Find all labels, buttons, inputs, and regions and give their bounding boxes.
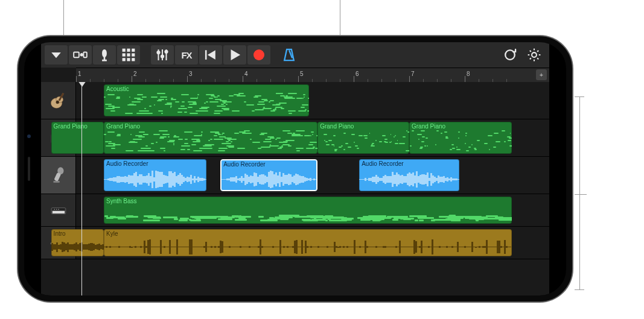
- region-label: Synth Bass: [106, 198, 137, 204]
- svg-rect-0: [74, 52, 79, 58]
- region-label: Grand Piano: [54, 123, 88, 130]
- callout-right-mid: [575, 194, 587, 195]
- svg-rect-35: [53, 181, 59, 183]
- track-row[interactable]: Acoustic: [41, 82, 549, 119]
- svg-rect-2: [83, 52, 86, 58]
- svg-point-40: [56, 209, 57, 210]
- track-row[interactable]: Synth Bass: [41, 194, 549, 227]
- track-row[interactable]: IntroKyle: [41, 227, 549, 259]
- track-header-guitar[interactable]: [41, 82, 76, 119]
- region-label: Intro: [54, 230, 66, 237]
- track-lane[interactable]: IntroKyle: [76, 227, 549, 259]
- guitar-icon: [48, 90, 69, 112]
- callout-right-upper: [579, 96, 580, 194]
- record-button[interactable]: [247, 45, 270, 65]
- svg-point-17: [165, 51, 167, 53]
- region-label: Audio Recorder: [106, 160, 148, 167]
- mic-icon: [48, 165, 69, 186]
- region-label: Kyle: [106, 230, 118, 237]
- svg-point-15: [157, 51, 159, 54]
- mixer-button[interactable]: [151, 45, 174, 65]
- callout-right-lower: [579, 194, 580, 289]
- device-notch: [23, 118, 40, 220]
- track-lane[interactable]: Audio RecorderAudio RecorderAudio Record…: [76, 157, 549, 194]
- browser-button[interactable]: [117, 45, 140, 65]
- svg-rect-37: [52, 210, 64, 213]
- app-screen: FX + 12345678: [41, 42, 549, 295]
- svg-point-16: [161, 55, 164, 58]
- svg-point-1: [80, 54, 82, 55]
- ruler[interactable]: + 12345678: [76, 68, 549, 82]
- region-label: Audio Recorder: [362, 160, 403, 167]
- svg-rect-10: [127, 58, 130, 61]
- play-button[interactable]: [223, 45, 246, 65]
- region[interactable]: Audio Recorder: [220, 159, 317, 191]
- svg-rect-11: [132, 58, 135, 61]
- svg-rect-6: [123, 53, 126, 56]
- region[interactable]: Synth Bass: [104, 197, 512, 224]
- region[interactable]: Audio Recorder: [104, 159, 206, 191]
- control-bar: FX: [41, 42, 549, 68]
- rewind-button[interactable]: [199, 45, 222, 65]
- region-label: Grand Piano: [106, 123, 140, 130]
- track-row[interactable]: Grand PianoGrand PianoGrand PianoGrand P…: [41, 119, 549, 157]
- svg-rect-34: [54, 172, 61, 181]
- region-label: Acoustic: [106, 86, 129, 92]
- svg-rect-5: [132, 49, 135, 52]
- tracks-view-button[interactable]: [69, 45, 92, 65]
- metronome-button[interactable]: [278, 45, 301, 65]
- track-row[interactable]: Audio RecorderAudio RecorderAudio Record…: [41, 157, 549, 194]
- track-header-mic[interactable]: [41, 157, 76, 194]
- view-menu-button[interactable]: [45, 45, 68, 65]
- svg-rect-7: [127, 53, 130, 56]
- svg-rect-18: [205, 50, 207, 60]
- svg-rect-3: [123, 49, 126, 52]
- tracks-area[interactable]: AcousticGrand PianoGrand PianoGrand Pian…: [41, 82, 549, 295]
- track-lane[interactable]: Acoustic: [76, 82, 549, 119]
- instrument-button[interactable]: [93, 45, 116, 65]
- region[interactable]: Grand Piano: [317, 122, 409, 154]
- region[interactable]: Acoustic: [104, 84, 309, 116]
- svg-point-21: [532, 52, 537, 57]
- region-label: Grand Piano: [320, 123, 354, 130]
- svg-point-41: [58, 209, 59, 210]
- svg-point-24: [56, 100, 59, 103]
- callout-right-top: [575, 96, 584, 97]
- svg-rect-9: [123, 58, 126, 61]
- fx-button[interactable]: FX: [175, 45, 198, 65]
- region[interactable]: Grand Piano: [409, 122, 512, 154]
- callout-right-bot: [575, 289, 584, 290]
- loop-button[interactable]: [499, 45, 521, 65]
- zoom-in-button[interactable]: +: [536, 69, 547, 80]
- region-label: Grand Piano: [412, 123, 445, 130]
- svg-rect-8: [132, 53, 135, 56]
- region[interactable]: Audio Recorder: [359, 159, 459, 191]
- track-lane[interactable]: Grand PianoGrand PianoGrand PianoGrand P…: [76, 119, 549, 156]
- region[interactable]: Grand Piano: [51, 122, 104, 154]
- track-header-synth[interactable]: [41, 194, 76, 226]
- svg-rect-4: [127, 49, 130, 52]
- svg-point-39: [54, 209, 55, 210]
- region[interactable]: Kyle: [104, 229, 512, 256]
- device-frame: FX + 12345678: [18, 36, 572, 302]
- region-label: Audio Recorder: [223, 161, 265, 168]
- track-lane[interactable]: Synth Bass: [76, 194, 549, 226]
- region[interactable]: Intro: [51, 229, 104, 256]
- synth-icon: [48, 200, 69, 221]
- region[interactable]: Grand Piano: [104, 122, 317, 154]
- settings-button[interactable]: [523, 45, 546, 65]
